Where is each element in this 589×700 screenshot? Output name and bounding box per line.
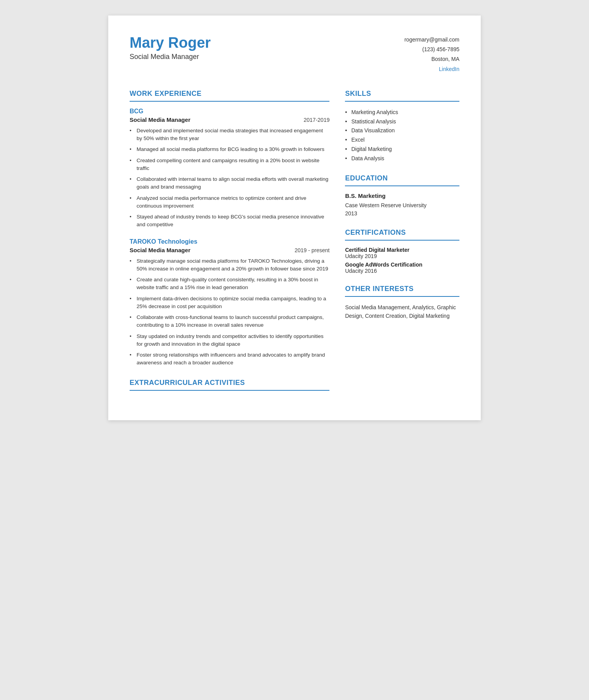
other-interests-section: OTHER INTERESTS Social Media Management,…	[345, 285, 459, 321]
job-dates-bcg: 2017-2019	[304, 117, 330, 123]
education-title: EDUCATION	[345, 174, 459, 182]
skills-section: SKILLS Marketing Analytics Statistical A…	[345, 90, 459, 163]
resume-document: Mary Roger Social Media Manager rogermar…	[108, 16, 481, 420]
job-title-taroko: Social Media Manager	[130, 247, 191, 253]
bullet-item: Managed all social media platforms for B…	[130, 146, 329, 153]
work-experience-title: WORK EXPERIENCE	[130, 90, 329, 98]
linkedin-link[interactable]: LinkedIn	[439, 66, 459, 72]
job-title-bcg: Social Media Manager	[130, 116, 191, 123]
extracurricular-title: EXTRACURRICULAR ACTIVITIES	[130, 379, 329, 387]
bullet-item: Collaborated with internal teams to alig…	[130, 175, 329, 191]
company-bcg: BCG	[130, 108, 329, 115]
right-column: SKILLS Marketing Analytics Statistical A…	[345, 90, 459, 397]
interests-text: Social Media Management, Analytics, Grap…	[345, 303, 459, 321]
header-right: rogermary@gmail.com (123) 456-7895 Bosto…	[404, 35, 459, 74]
cert-item-2: Google AdWords Certification Udacity 201…	[345, 262, 459, 274]
job-header-bcg: Social Media Manager 2017-2019	[130, 116, 329, 123]
other-interests-title: OTHER INTERESTS	[345, 285, 459, 293]
candidate-phone: (123) 456-7895	[404, 45, 459, 54]
bullet-item: Stayed ahead of industry trends to keep …	[130, 213, 329, 229]
cert-name-1: Certified Digital Marketer	[345, 247, 459, 253]
certifications-divider	[345, 240, 459, 241]
job-dates-taroko: 2019 - present	[294, 247, 329, 253]
main-content: WORK EXPERIENCE BCG Social Media Manager…	[130, 90, 459, 397]
skills-title: SKILLS	[345, 90, 459, 98]
bullet-item: Implement data-driven decisions to optim…	[130, 295, 329, 311]
skill-item: Excel	[345, 135, 459, 145]
bullet-item: Create and curate high-quality content c…	[130, 276, 329, 292]
bullet-item: Created compelling content and campaigns…	[130, 157, 329, 173]
candidate-email: rogermary@gmail.com	[404, 35, 459, 45]
job-header-taroko: Social Media Manager 2019 - present	[130, 247, 329, 253]
cert-issuer-1: Udacity 2019	[345, 253, 459, 259]
cert-item-1: Certified Digital Marketer Udacity 2019	[345, 247, 459, 259]
extracurricular-section: EXTRACURRICULAR ACTIVITIES	[130, 379, 329, 391]
education-section: EDUCATION B.S. Marketing Case Western Re…	[345, 174, 459, 218]
skills-list: Marketing Analytics Statistical Analysis…	[345, 108, 459, 163]
left-column: WORK EXPERIENCE BCG Social Media Manager…	[130, 90, 329, 397]
cert-issuer-2: Udacity 2016	[345, 268, 459, 274]
education-divider	[345, 185, 459, 186]
skill-item: Marketing Analytics	[345, 108, 459, 117]
skill-item: Data Analysis	[345, 154, 459, 163]
job-taroko: TAROKO Technologies Social Media Manager…	[130, 238, 329, 367]
certifications-section: CERTIFICATIONS Certified Digital Markete…	[345, 229, 459, 274]
bullet-item: Analyzed social media performance metric…	[130, 194, 329, 210]
resume-header: Mary Roger Social Media Manager rogermar…	[130, 35, 459, 74]
candidate-name: Mary Roger	[130, 35, 211, 51]
work-experience-divider	[130, 101, 329, 102]
cert-name-2: Google AdWords Certification	[345, 262, 459, 268]
degree: B.S. Marketing	[345, 192, 459, 199]
school-name: Case Western Reserve University 2013	[345, 201, 459, 218]
bullet-item: Stay updated on industry trends and comp…	[130, 333, 329, 348]
other-interests-divider	[345, 296, 459, 297]
work-experience-section: WORK EXPERIENCE BCG Social Media Manager…	[130, 90, 329, 367]
company-taroko: TAROKO Technologies	[130, 238, 329, 245]
job-bullets-taroko: Strategically manage social media platfo…	[130, 257, 329, 367]
bullet-item: Foster strong relationships with influen…	[130, 351, 329, 367]
skill-item: Statistical Analysis	[345, 117, 459, 126]
header-left: Mary Roger Social Media Manager	[130, 35, 211, 61]
bullet-item: Collaborate with cross-functional teams …	[130, 314, 329, 329]
bullet-item: Developed and implemented social media s…	[130, 127, 329, 143]
candidate-title: Social Media Manager	[130, 53, 211, 61]
certifications-title: CERTIFICATIONS	[345, 229, 459, 237]
candidate-location: Boston, MA	[404, 54, 459, 64]
job-bcg: BCG Social Media Manager 2017-2019 Devel…	[130, 108, 329, 229]
skill-item: Digital Marketing	[345, 145, 459, 154]
skills-divider	[345, 101, 459, 102]
bullet-item: Strategically manage social media platfo…	[130, 257, 329, 273]
extracurricular-divider	[130, 390, 329, 391]
skill-item: Data Visualization	[345, 126, 459, 135]
job-bullets-bcg: Developed and implemented social media s…	[130, 127, 329, 229]
